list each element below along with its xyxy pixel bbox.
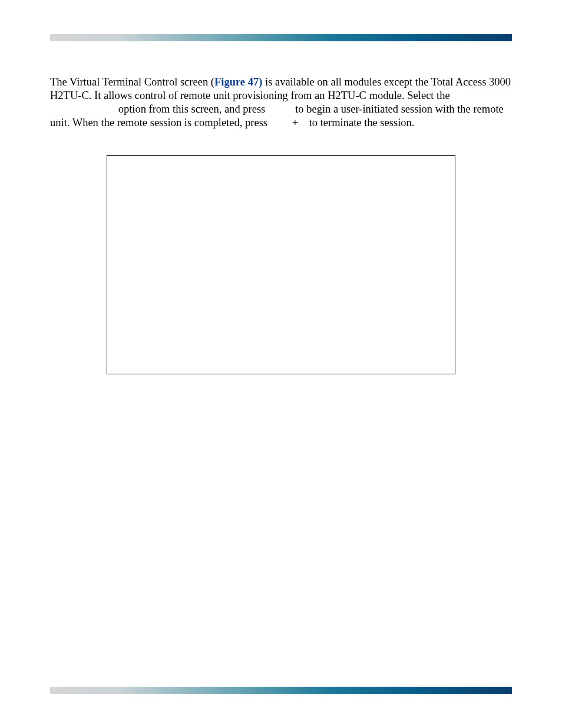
para-text-3: option from this screen, and press bbox=[115, 103, 268, 115]
footer-stripe bbox=[50, 687, 512, 694]
figure-placeholder bbox=[107, 155, 455, 374]
para-text-plus: + bbox=[289, 117, 301, 129]
figure-reference-link[interactable]: Figure 47) bbox=[214, 76, 262, 88]
body-text: The Virtual Terminal Control screen (Fig… bbox=[50, 75, 512, 374]
blank-key-1 bbox=[268, 103, 293, 115]
para-text-5: to terminate the session. bbox=[306, 117, 414, 129]
blank-key-2 bbox=[270, 117, 289, 129]
blank-key-3 bbox=[301, 117, 306, 129]
para-text-1: The Virtual Terminal Control screen ( bbox=[50, 76, 214, 88]
header-stripe bbox=[50, 34, 512, 41]
blank-option-name bbox=[50, 103, 115, 115]
